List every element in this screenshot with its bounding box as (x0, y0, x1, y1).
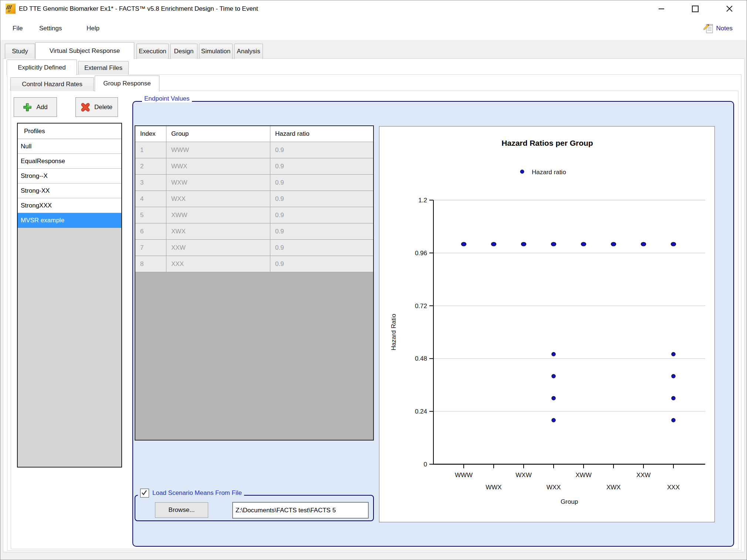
table-row: 2 WWX 0.9 (135, 158, 373, 175)
profile-item-selected[interactable]: MVSR example (18, 213, 121, 228)
svg-text:0.48: 0.48 (415, 355, 427, 362)
cell-index: 6 (135, 223, 166, 240)
table-row: 1 WWW 0.9 (135, 142, 373, 158)
endpoint-values-table: Index Group Hazard ratio 1 WWW 0.9 2 WWX… (135, 125, 374, 441)
maximize-button[interactable] (687, 0, 704, 17)
close-button[interactable] (721, 0, 738, 17)
tab-simulation[interactable]: Simulation (199, 44, 233, 59)
svg-text:WXW: WXW (516, 472, 531, 479)
load-scenario-checkbox[interactable] (140, 489, 149, 497)
menu-settings[interactable]: Settings (37, 17, 64, 40)
svg-text:XWX: XWX (606, 484, 621, 491)
tab-execution[interactable]: Execution (136, 44, 169, 59)
table-header-row: Index Group Hazard ratio (135, 126, 373, 142)
browse-button[interactable]: Browse... (155, 502, 208, 518)
tab-group-response[interactable]: Group Response (95, 75, 159, 91)
table-row: 6 XWX 0.9 (135, 223, 373, 240)
delete-button-label: Delete (94, 104, 112, 111)
cell-hazard-ratio: 0.9 (270, 142, 373, 158)
cell-group: WXX (166, 191, 270, 207)
profile-item[interactable]: Null (18, 139, 121, 154)
profiles-list-header: Profiles (18, 124, 121, 139)
table-row: 3 WXW 0.9 (135, 175, 373, 191)
table-row: 5 XWW 0.9 (135, 207, 373, 223)
menu-file[interactable]: File (10, 17, 25, 40)
cell-hazard-ratio: 0.9 (270, 175, 373, 191)
column-header-index: Index (135, 126, 166, 142)
svg-text:XXW: XXW (636, 472, 651, 479)
cell-group: XWW (166, 207, 270, 223)
table-row: 7 XXW 0.9 (135, 240, 373, 256)
cell-group: XWX (166, 223, 270, 240)
cell-group: XXX (166, 256, 270, 272)
tab-external-files[interactable]: External Files (78, 61, 129, 75)
cell-index: 8 (135, 256, 166, 272)
tab-virtual-subject-response[interactable]: Virtual Subject Response (35, 42, 134, 59)
table-row: 8 XXX 0.9 (135, 256, 373, 272)
cell-index: 2 (135, 158, 166, 175)
tab-study[interactable]: Study (5, 44, 35, 59)
cell-hazard-ratio: 0.9 (270, 240, 373, 256)
profile-item[interactable]: StrongXXX (18, 198, 121, 213)
svg-text:0.96: 0.96 (415, 250, 427, 257)
add-plus-icon (23, 103, 32, 112)
notes-icon (703, 23, 714, 34)
cell-index: 1 (135, 142, 166, 158)
svg-text:0.72: 0.72 (415, 303, 427, 310)
profiles-list: Profiles Null EqualResponse Strong--X St… (17, 123, 122, 468)
tab-explicitly-defined[interactable]: Explicitly Defined (7, 60, 77, 75)
facts-app-icon (6, 4, 16, 14)
hazard-ratios-chart: 00.240.480.720.961.2WWWWWXWXWWXXXWWXWXXX… (379, 126, 715, 523)
menu-help[interactable]: Help (84, 17, 102, 40)
application-window: ED TTE Genomic Biomarker Ex1* - FACTS™ v… (0, 0, 747, 560)
column-header-hazard-ratio: Hazard ratio (270, 126, 373, 142)
add-profile-button[interactable]: Add (14, 97, 57, 117)
svg-text:XWW: XWW (575, 472, 591, 479)
svg-text:WWW: WWW (455, 472, 473, 479)
minimize-button[interactable] (653, 0, 670, 17)
hazard-ratios-chart-panel: 00.240.480.720.961.2WWWWWXWXWWXXXWWXWXXX… (379, 126, 715, 522)
profile-item[interactable]: EqualResponse (18, 154, 121, 169)
profile-item[interactable]: Strong--X (18, 169, 121, 183)
cell-group: WWW (166, 142, 270, 158)
maximize-icon (692, 6, 699, 12)
cell-index: 4 (135, 191, 166, 207)
cell-hazard-ratio: 0.9 (270, 256, 373, 272)
menu-bar: File Settings Help Notes (0, 17, 747, 40)
notes-button[interactable]: Notes (703, 21, 733, 36)
cell-group: WWX (166, 158, 270, 175)
cell-group: XXW (166, 240, 270, 256)
column-header-group: Group (166, 126, 270, 142)
load-scenario-label-row: Load Scenario Means From File (138, 488, 244, 498)
notes-label: Notes (716, 25, 733, 32)
svg-text:WXX: WXX (547, 484, 561, 491)
load-scenario-label: Load Scenario Means From File (152, 489, 242, 497)
table-row: 4 WXX 0.9 (135, 191, 373, 207)
cell-index: 7 (135, 240, 166, 256)
window-title: ED TTE Genomic Biomarker Ex1* - FACTS™ v… (19, 0, 258, 17)
title-bar: ED TTE Genomic Biomarker Ex1* - FACTS™ v… (0, 0, 747, 17)
svg-text:Hazard ratio: Hazard ratio (532, 169, 566, 176)
close-icon (726, 6, 733, 12)
browse-button-label: Browse... (169, 506, 195, 514)
endpoint-values-label: Endpoint Values (142, 95, 192, 102)
svg-text:1.2: 1.2 (418, 197, 427, 204)
svg-text:XXX: XXX (667, 484, 680, 491)
svg-text:Hazard Ratio: Hazard Ratio (390, 314, 397, 350)
cell-hazard-ratio: 0.9 (270, 158, 373, 175)
svg-text:0.24: 0.24 (415, 408, 427, 415)
cell-hazard-ratio: 0.9 (270, 207, 373, 223)
svg-text:0: 0 (424, 461, 427, 468)
cell-index: 5 (135, 207, 166, 223)
delete-profile-button[interactable]: Delete (75, 97, 118, 117)
tab-control-hazard-rates[interactable]: Control Hazard Rates (10, 77, 94, 91)
tab-design[interactable]: Design (170, 44, 197, 59)
cell-group: WXW (166, 175, 270, 191)
checkmark-icon (141, 489, 148, 496)
cell-hazard-ratio: 0.9 (270, 223, 373, 240)
svg-text:WWX: WWX (486, 484, 501, 491)
tab-analysis[interactable]: Analysis (234, 44, 263, 59)
delete-x-icon (81, 103, 90, 112)
scenario-file-path-input[interactable] (232, 502, 369, 519)
profile-item[interactable]: Strong-XX (18, 183, 121, 198)
